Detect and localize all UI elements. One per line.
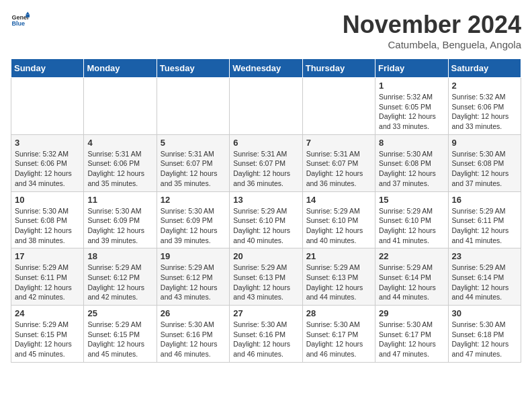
day-cell bbox=[84, 78, 157, 135]
day-number: 11 bbox=[87, 195, 152, 205]
day-cell: 5Sunrise: 5:31 AM Sunset: 6:07 PM Daylig… bbox=[157, 134, 229, 191]
day-number: 2 bbox=[452, 81, 517, 91]
day-number: 26 bbox=[161, 308, 226, 318]
week-row-5: 24Sunrise: 5:29 AM Sunset: 6:15 PM Dayli… bbox=[11, 306, 521, 363]
day-info: Sunrise: 5:30 AM Sunset: 6:17 PM Dayligh… bbox=[306, 320, 371, 359]
day-number: 24 bbox=[15, 308, 80, 318]
day-info: Sunrise: 5:29 AM Sunset: 6:12 PM Dayligh… bbox=[87, 263, 152, 302]
day-info: Sunrise: 5:30 AM Sunset: 6:18 PM Dayligh… bbox=[452, 320, 517, 359]
weekday-header-thursday: Thursday bbox=[302, 59, 375, 78]
day-number: 20 bbox=[233, 251, 298, 261]
day-cell: 15Sunrise: 5:29 AM Sunset: 6:10 PM Dayli… bbox=[375, 191, 448, 248]
day-number: 18 bbox=[87, 251, 152, 261]
day-cell bbox=[230, 78, 302, 135]
day-cell: 3Sunrise: 5:32 AM Sunset: 6:06 PM Daylig… bbox=[11, 134, 84, 191]
day-cell: 6Sunrise: 5:31 AM Sunset: 6:07 PM Daylig… bbox=[230, 134, 302, 191]
day-info: Sunrise: 5:29 AM Sunset: 6:10 PM Dayligh… bbox=[233, 206, 298, 246]
day-number: 6 bbox=[233, 138, 298, 148]
day-number: 28 bbox=[306, 308, 371, 318]
day-number: 25 bbox=[87, 308, 152, 318]
day-info: Sunrise: 5:32 AM Sunset: 6:06 PM Dayligh… bbox=[15, 149, 80, 189]
day-cell: 29Sunrise: 5:30 AM Sunset: 6:17 PM Dayli… bbox=[375, 306, 448, 363]
day-info: Sunrise: 5:32 AM Sunset: 6:06 PM Dayligh… bbox=[452, 92, 517, 132]
weekday-header-tuesday: Tuesday bbox=[157, 59, 229, 78]
day-number: 8 bbox=[379, 138, 444, 148]
day-cell bbox=[11, 78, 84, 135]
day-cell: 11Sunrise: 5:30 AM Sunset: 6:09 PM Dayli… bbox=[84, 191, 157, 248]
day-number: 17 bbox=[15, 251, 80, 261]
day-cell: 25Sunrise: 5:29 AM Sunset: 6:15 PM Dayli… bbox=[84, 306, 157, 363]
logo-icon: General Blue bbox=[11, 11, 30, 30]
day-info: Sunrise: 5:30 AM Sunset: 6:17 PM Dayligh… bbox=[379, 320, 444, 359]
day-number: 13 bbox=[233, 195, 298, 205]
weekday-header-friday: Friday bbox=[375, 59, 448, 78]
day-info: Sunrise: 5:30 AM Sunset: 6:09 PM Dayligh… bbox=[87, 206, 152, 246]
day-number: 22 bbox=[379, 251, 444, 261]
week-row-3: 10Sunrise: 5:30 AM Sunset: 6:08 PM Dayli… bbox=[11, 191, 521, 248]
day-cell bbox=[302, 78, 375, 135]
day-cell: 20Sunrise: 5:29 AM Sunset: 6:13 PM Dayli… bbox=[230, 248, 302, 306]
week-row-4: 17Sunrise: 5:29 AM Sunset: 6:11 PM Dayli… bbox=[11, 248, 521, 306]
day-cell: 26Sunrise: 5:30 AM Sunset: 6:16 PM Dayli… bbox=[157, 306, 229, 363]
day-info: Sunrise: 5:29 AM Sunset: 6:10 PM Dayligh… bbox=[379, 206, 444, 246]
day-info: Sunrise: 5:29 AM Sunset: 6:15 PM Dayligh… bbox=[15, 320, 80, 359]
month-title: November 2024 bbox=[343, 11, 521, 39]
day-info: Sunrise: 5:30 AM Sunset: 6:08 PM Dayligh… bbox=[15, 206, 80, 246]
day-cell: 23Sunrise: 5:29 AM Sunset: 6:14 PM Dayli… bbox=[448, 248, 521, 306]
day-number: 7 bbox=[306, 138, 371, 148]
day-info: Sunrise: 5:29 AM Sunset: 6:11 PM Dayligh… bbox=[452, 206, 517, 246]
day-cell: 27Sunrise: 5:30 AM Sunset: 6:16 PM Dayli… bbox=[230, 306, 302, 363]
day-info: Sunrise: 5:30 AM Sunset: 6:16 PM Dayligh… bbox=[233, 320, 298, 359]
day-info: Sunrise: 5:31 AM Sunset: 6:07 PM Dayligh… bbox=[233, 149, 298, 189]
day-info: Sunrise: 5:29 AM Sunset: 6:12 PM Dayligh… bbox=[161, 263, 226, 302]
day-cell: 4Sunrise: 5:31 AM Sunset: 6:06 PM Daylig… bbox=[84, 134, 157, 191]
day-info: Sunrise: 5:29 AM Sunset: 6:10 PM Dayligh… bbox=[306, 206, 371, 246]
day-cell: 13Sunrise: 5:29 AM Sunset: 6:10 PM Dayli… bbox=[230, 191, 302, 248]
day-cell: 30Sunrise: 5:30 AM Sunset: 6:18 PM Dayli… bbox=[448, 306, 521, 363]
day-number: 16 bbox=[452, 195, 517, 205]
svg-marker-2 bbox=[26, 11, 30, 14]
day-cell: 21Sunrise: 5:29 AM Sunset: 6:13 PM Dayli… bbox=[302, 248, 375, 306]
day-info: Sunrise: 5:29 AM Sunset: 6:11 PM Dayligh… bbox=[15, 263, 80, 302]
day-cell: 10Sunrise: 5:30 AM Sunset: 6:08 PM Dayli… bbox=[11, 191, 84, 248]
day-info: Sunrise: 5:32 AM Sunset: 6:05 PM Dayligh… bbox=[379, 92, 444, 132]
logo: General Blue bbox=[11, 11, 30, 30]
day-info: Sunrise: 5:30 AM Sunset: 6:09 PM Dayligh… bbox=[161, 206, 226, 246]
weekday-header-sunday: Sunday bbox=[11, 59, 84, 78]
day-cell: 8Sunrise: 5:30 AM Sunset: 6:08 PM Daylig… bbox=[375, 134, 448, 191]
title-area: November 2024 Catumbela, Benguela, Angol… bbox=[343, 11, 521, 50]
day-cell: 22Sunrise: 5:29 AM Sunset: 6:14 PM Dayli… bbox=[375, 248, 448, 306]
day-cell: 1Sunrise: 5:32 AM Sunset: 6:05 PM Daylig… bbox=[375, 78, 448, 135]
day-number: 15 bbox=[379, 195, 444, 205]
day-info: Sunrise: 5:31 AM Sunset: 6:07 PM Dayligh… bbox=[161, 149, 226, 189]
day-info: Sunrise: 5:30 AM Sunset: 6:16 PM Dayligh… bbox=[161, 320, 226, 359]
day-info: Sunrise: 5:31 AM Sunset: 6:07 PM Dayligh… bbox=[306, 149, 371, 189]
day-cell: 2Sunrise: 5:32 AM Sunset: 6:06 PM Daylig… bbox=[448, 78, 521, 135]
day-info: Sunrise: 5:29 AM Sunset: 6:13 PM Dayligh… bbox=[306, 263, 371, 302]
day-number: 21 bbox=[306, 251, 371, 261]
day-info: Sunrise: 5:31 AM Sunset: 6:06 PM Dayligh… bbox=[87, 149, 152, 189]
day-number: 23 bbox=[452, 251, 517, 261]
calendar-body: 1Sunrise: 5:32 AM Sunset: 6:05 PM Daylig… bbox=[11, 78, 521, 363]
svg-text:Blue: Blue bbox=[11, 20, 25, 27]
day-cell: 18Sunrise: 5:29 AM Sunset: 6:12 PM Dayli… bbox=[84, 248, 157, 306]
day-cell: 9Sunrise: 5:30 AM Sunset: 6:08 PM Daylig… bbox=[448, 134, 521, 191]
day-cell: 7Sunrise: 5:31 AM Sunset: 6:07 PM Daylig… bbox=[302, 134, 375, 191]
day-cell: 28Sunrise: 5:30 AM Sunset: 6:17 PM Dayli… bbox=[302, 306, 375, 363]
day-info: Sunrise: 5:29 AM Sunset: 6:13 PM Dayligh… bbox=[233, 263, 298, 302]
day-info: Sunrise: 5:29 AM Sunset: 6:14 PM Dayligh… bbox=[379, 263, 444, 302]
weekday-header-wednesday: Wednesday bbox=[230, 59, 302, 78]
header: General Blue November 2024 Catumbela, Be… bbox=[11, 11, 521, 50]
day-number: 27 bbox=[233, 308, 298, 318]
day-number: 4 bbox=[87, 138, 152, 148]
weekday-header-saturday: Saturday bbox=[448, 59, 521, 78]
day-info: Sunrise: 5:30 AM Sunset: 6:08 PM Dayligh… bbox=[379, 149, 444, 189]
subtitle: Catumbela, Benguela, Angola bbox=[343, 39, 521, 50]
day-cell: 19Sunrise: 5:29 AM Sunset: 6:12 PM Dayli… bbox=[157, 248, 229, 306]
day-number: 14 bbox=[306, 195, 371, 205]
weekday-header-row: SundayMondayTuesdayWednesdayThursdayFrid… bbox=[11, 59, 521, 78]
week-row-1: 1Sunrise: 5:32 AM Sunset: 6:05 PM Daylig… bbox=[11, 78, 521, 135]
day-cell: 16Sunrise: 5:29 AM Sunset: 6:11 PM Dayli… bbox=[448, 191, 521, 248]
svg-marker-3 bbox=[26, 15, 30, 17]
day-number: 30 bbox=[452, 308, 517, 318]
